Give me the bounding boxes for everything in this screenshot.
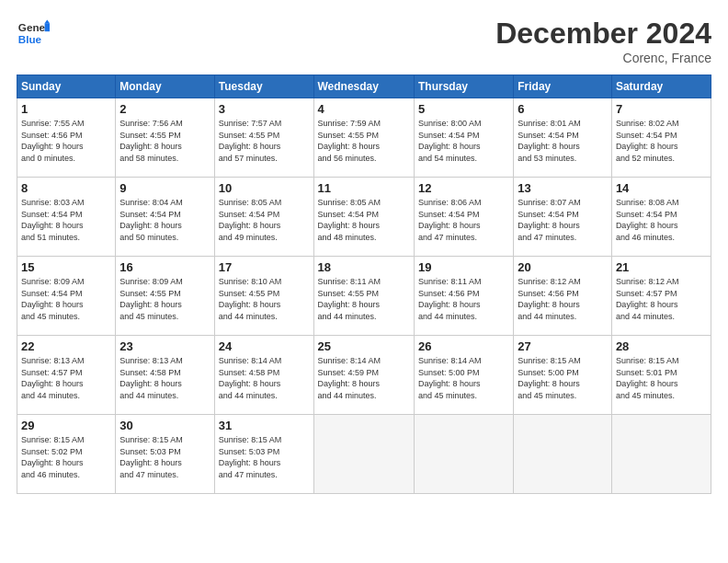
day-info: Sunrise: 8:12 AMSunset: 4:56 PMDaylight:… bbox=[518, 277, 581, 321]
day-number: 17 bbox=[219, 260, 310, 274]
day-info: Sunrise: 8:14 AMSunset: 4:59 PMDaylight:… bbox=[318, 356, 381, 400]
calendar-cell: 12Sunrise: 8:06 AMSunset: 4:54 PMDayligh… bbox=[414, 178, 513, 257]
day-info: Sunrise: 8:01 AMSunset: 4:54 PMDaylight:… bbox=[518, 119, 581, 163]
day-number: 16 bbox=[119, 260, 210, 274]
calendar-cell bbox=[611, 415, 711, 494]
logo: General Blue bbox=[17, 17, 53, 50]
calendar-cell: 26Sunrise: 8:14 AMSunset: 5:00 PMDayligh… bbox=[414, 336, 513, 415]
day-number: 26 bbox=[418, 339, 509, 353]
day-info: Sunrise: 8:08 AMSunset: 4:54 PMDaylight:… bbox=[616, 198, 679, 242]
calendar-cell: 20Sunrise: 8:12 AMSunset: 4:56 PMDayligh… bbox=[514, 257, 612, 336]
day-number: 13 bbox=[518, 181, 608, 195]
day-number: 7 bbox=[616, 102, 707, 116]
calendar-cell: 28Sunrise: 8:15 AMSunset: 5:01 PMDayligh… bbox=[611, 336, 711, 415]
calendar-cell bbox=[514, 415, 612, 494]
day-info: Sunrise: 8:15 AMSunset: 5:01 PMDaylight:… bbox=[616, 356, 679, 400]
day-info: Sunrise: 8:15 AMSunset: 5:02 PMDaylight:… bbox=[21, 435, 85, 479]
calendar-cell: 9Sunrise: 8:04 AMSunset: 4:54 PMDaylight… bbox=[116, 178, 214, 257]
day-info: Sunrise: 8:14 AMSunset: 4:58 PMDaylight:… bbox=[219, 356, 282, 400]
logo-icon: General Blue bbox=[17, 17, 50, 50]
day-info: Sunrise: 8:05 AMSunset: 4:54 PMDaylight:… bbox=[318, 198, 381, 242]
day-number: 12 bbox=[418, 181, 509, 195]
day-info: Sunrise: 8:06 AMSunset: 4:54 PMDaylight:… bbox=[418, 198, 482, 242]
calendar-cell: 3Sunrise: 7:57 AMSunset: 4:55 PMDaylight… bbox=[214, 98, 313, 178]
day-info: Sunrise: 8:00 AMSunset: 4:54 PMDaylight:… bbox=[418, 119, 482, 163]
day-info: Sunrise: 8:11 AMSunset: 4:56 PMDaylight:… bbox=[418, 277, 482, 321]
day-number: 20 bbox=[518, 260, 608, 274]
calendar-cell: 24Sunrise: 8:14 AMSunset: 4:58 PMDayligh… bbox=[214, 336, 313, 415]
calendar-cell: 6Sunrise: 8:01 AMSunset: 4:54 PMDaylight… bbox=[514, 98, 612, 178]
calendar-cell: 27Sunrise: 8:15 AMSunset: 5:00 PMDayligh… bbox=[514, 336, 612, 415]
weekday-header-cell: Monday bbox=[116, 75, 214, 98]
calendar-cell: 21Sunrise: 8:12 AMSunset: 4:57 PMDayligh… bbox=[611, 257, 711, 336]
svg-text:Blue: Blue bbox=[18, 33, 42, 45]
svg-marker-2 bbox=[45, 23, 50, 31]
weekday-header-cell: Sunday bbox=[17, 75, 116, 98]
calendar-cell: 23Sunrise: 8:13 AMSunset: 4:58 PMDayligh… bbox=[116, 336, 214, 415]
day-info: Sunrise: 8:15 AMSunset: 5:00 PMDaylight:… bbox=[518, 356, 581, 400]
calendar-cell: 5Sunrise: 8:00 AMSunset: 4:54 PMDaylight… bbox=[414, 98, 513, 178]
day-info: Sunrise: 8:13 AMSunset: 4:57 PMDaylight:… bbox=[21, 356, 85, 400]
calendar-cell: 2Sunrise: 7:56 AMSunset: 4:55 PMDaylight… bbox=[116, 98, 214, 178]
weekday-header-row: SundayMondayTuesdayWednesdayThursdayFrid… bbox=[17, 75, 711, 98]
calendar-cell: 19Sunrise: 8:11 AMSunset: 4:56 PMDayligh… bbox=[414, 257, 513, 336]
day-info: Sunrise: 8:12 AMSunset: 4:57 PMDaylight:… bbox=[616, 277, 679, 321]
calendar-week-row: 15Sunrise: 8:09 AMSunset: 4:54 PMDayligh… bbox=[17, 257, 711, 336]
day-info: Sunrise: 8:07 AMSunset: 4:54 PMDaylight:… bbox=[518, 198, 581, 242]
day-info: Sunrise: 7:55 AMSunset: 4:56 PMDaylight:… bbox=[21, 119, 85, 163]
day-number: 15 bbox=[21, 260, 111, 274]
header: General Blue December 2024 Corenc, Franc… bbox=[17, 17, 711, 65]
day-number: 22 bbox=[21, 339, 111, 353]
month-title: December 2024 bbox=[495, 17, 711, 51]
day-number: 9 bbox=[119, 181, 210, 195]
location: Corenc, France bbox=[495, 51, 711, 65]
calendar-week-row: 8Sunrise: 8:03 AMSunset: 4:54 PMDaylight… bbox=[17, 178, 711, 257]
day-info: Sunrise: 8:02 AMSunset: 4:54 PMDaylight:… bbox=[616, 119, 679, 163]
day-number: 8 bbox=[21, 181, 111, 195]
calendar-week-row: 22Sunrise: 8:13 AMSunset: 4:57 PMDayligh… bbox=[17, 336, 711, 415]
calendar-cell: 8Sunrise: 8:03 AMSunset: 4:54 PMDaylight… bbox=[17, 178, 116, 257]
calendar-cell: 22Sunrise: 8:13 AMSunset: 4:57 PMDayligh… bbox=[17, 336, 116, 415]
calendar-cell: 1Sunrise: 7:55 AMSunset: 4:56 PMDaylight… bbox=[17, 98, 116, 178]
day-info: Sunrise: 8:13 AMSunset: 4:58 PMDaylight:… bbox=[119, 356, 183, 400]
day-info: Sunrise: 8:04 AMSunset: 4:54 PMDaylight:… bbox=[119, 198, 183, 242]
calendar-cell: 18Sunrise: 8:11 AMSunset: 4:55 PMDayligh… bbox=[313, 257, 414, 336]
calendar-cell: 31Sunrise: 8:15 AMSunset: 5:03 PMDayligh… bbox=[214, 415, 313, 494]
day-info: Sunrise: 7:59 AMSunset: 4:55 PMDaylight:… bbox=[318, 119, 381, 163]
day-number: 10 bbox=[219, 181, 310, 195]
day-number: 19 bbox=[418, 260, 509, 274]
day-info: Sunrise: 8:09 AMSunset: 4:54 PMDaylight:… bbox=[21, 277, 85, 321]
weekday-header-cell: Tuesday bbox=[214, 75, 313, 98]
calendar-week-row: 1Sunrise: 7:55 AMSunset: 4:56 PMDaylight… bbox=[17, 98, 711, 178]
day-number: 29 bbox=[21, 419, 111, 432]
calendar-table: SundayMondayTuesdayWednesdayThursdayFrid… bbox=[17, 75, 711, 494]
day-info: Sunrise: 8:10 AMSunset: 4:55 PMDaylight:… bbox=[219, 277, 282, 321]
calendar-cell: 17Sunrise: 8:10 AMSunset: 4:55 PMDayligh… bbox=[214, 257, 313, 336]
calendar-page: General Blue December 2024 Corenc, Franc… bbox=[0, 0, 728, 563]
day-number: 28 bbox=[616, 339, 707, 353]
weekday-header-cell: Thursday bbox=[414, 75, 513, 98]
calendar-cell: 29Sunrise: 8:15 AMSunset: 5:02 PMDayligh… bbox=[17, 415, 116, 494]
day-number: 2 bbox=[119, 102, 210, 116]
day-number: 1 bbox=[21, 102, 111, 116]
calendar-cell: 14Sunrise: 8:08 AMSunset: 4:54 PMDayligh… bbox=[611, 178, 711, 257]
day-number: 6 bbox=[518, 102, 608, 116]
weekday-header-cell: Saturday bbox=[611, 75, 711, 98]
weekday-header-cell: Wednesday bbox=[313, 75, 414, 98]
day-info: Sunrise: 8:03 AMSunset: 4:54 PMDaylight:… bbox=[21, 198, 85, 242]
day-info: Sunrise: 7:57 AMSunset: 4:55 PMDaylight:… bbox=[219, 119, 282, 163]
day-number: 24 bbox=[219, 339, 310, 353]
calendar-cell: 16Sunrise: 8:09 AMSunset: 4:55 PMDayligh… bbox=[116, 257, 214, 336]
day-number: 4 bbox=[318, 102, 410, 116]
day-number: 11 bbox=[318, 181, 410, 195]
calendar-cell: 13Sunrise: 8:07 AMSunset: 4:54 PMDayligh… bbox=[514, 178, 612, 257]
day-number: 14 bbox=[616, 181, 707, 195]
day-info: Sunrise: 8:09 AMSunset: 4:55 PMDaylight:… bbox=[119, 277, 183, 321]
day-number: 3 bbox=[219, 102, 310, 116]
day-number: 31 bbox=[219, 419, 310, 432]
day-info: Sunrise: 8:14 AMSunset: 5:00 PMDaylight:… bbox=[418, 356, 482, 400]
calendar-cell bbox=[313, 415, 414, 494]
calendar-cell: 15Sunrise: 8:09 AMSunset: 4:54 PMDayligh… bbox=[17, 257, 116, 336]
calendar-body: 1Sunrise: 7:55 AMSunset: 4:56 PMDaylight… bbox=[17, 98, 711, 494]
day-number: 27 bbox=[518, 339, 608, 353]
